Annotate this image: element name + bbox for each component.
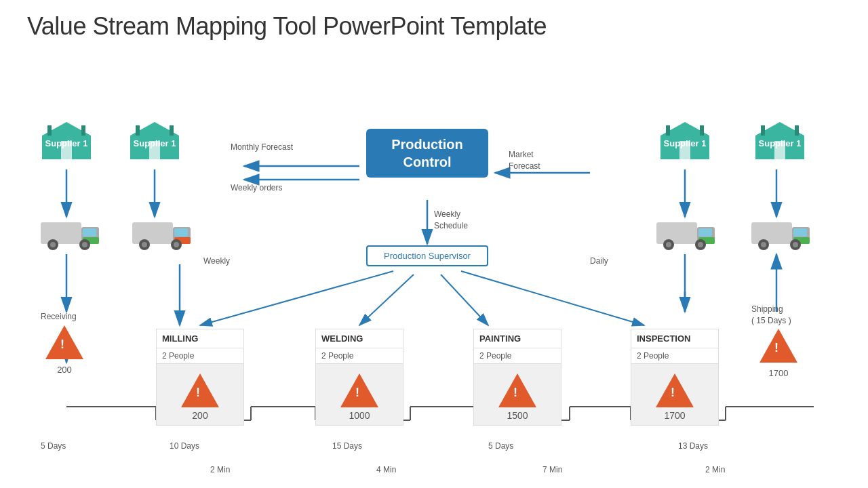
weekly-schedule-label: WeeklySchedule — [434, 209, 468, 232]
svg-line-11 — [359, 274, 414, 325]
timeline-mins-2: 4 Min — [376, 465, 396, 474]
production-control-label: Production Control — [391, 137, 463, 169]
svg-rect-59 — [83, 228, 96, 237]
svg-rect-83 — [793, 228, 807, 237]
svg-line-13 — [461, 271, 644, 325]
svg-point-70 — [142, 242, 147, 247]
svg-rect-39 — [47, 125, 52, 136]
svg-line-10 — [200, 271, 393, 325]
svg-point-62 — [50, 242, 56, 247]
supplier-1-left-2: Supplier 1 — [127, 122, 182, 148]
monthly-forecast-label: Monthly Forecast — [231, 142, 293, 152]
svg-rect-45 — [170, 125, 174, 136]
timeline-days-3: 15 Days — [332, 441, 362, 451]
timeline-days-5: 13 Days — [678, 441, 708, 451]
timeline-mins-3: 7 Min — [542, 465, 562, 474]
production-control-box: Production Control — [366, 129, 490, 178]
truck-right-1 — [656, 217, 717, 253]
timeline-mins-1: 2 Min — [210, 465, 230, 474]
svg-rect-73 — [656, 222, 697, 244]
svg-rect-67 — [174, 228, 188, 237]
svg-line-12 — [441, 274, 488, 325]
svg-rect-44 — [136, 125, 140, 136]
painting-process: PAINTING 2 People 1500 — [473, 329, 567, 426]
inspection-process: INSPECTION 2 People 1700 — [631, 329, 724, 426]
svg-rect-81 — [751, 222, 792, 244]
truck-left-2 — [132, 217, 193, 253]
supplier-1-left-1: Supplier 1 — [39, 122, 94, 148]
page-title: Value Stream Mapping Tool PowerPoint Tem… — [0, 0, 868, 41]
svg-rect-55 — [795, 125, 799, 136]
milling-process: MILLING 2 People 200 — [156, 329, 250, 426]
svg-rect-75 — [698, 228, 712, 237]
welding-process: WELDING 2 People 1000 — [315, 329, 409, 426]
timeline-days-4: 5 Days — [488, 441, 513, 451]
supplier-1-right-2: Supplier 1 — [753, 122, 807, 148]
production-supervisor-label: Production Supervisor — [384, 251, 471, 261]
daily-label: Daily — [590, 256, 608, 266]
weekly-orders-label: Weekly orders — [231, 183, 282, 192]
receiving-label: Receiving — [41, 312, 77, 321]
svg-rect-57 — [41, 222, 81, 244]
timeline-days-1: 5 Days — [41, 441, 66, 451]
shipping-label: Shipping( 15 Days ) — [751, 304, 791, 327]
svg-point-72 — [174, 242, 179, 247]
market-forecast-label: MarketForecast — [509, 149, 540, 172]
svg-rect-65 — [132, 222, 173, 244]
truck-left-1 — [41, 217, 102, 253]
svg-rect-54 — [761, 125, 765, 136]
svg-rect-49 — [666, 125, 670, 136]
svg-point-78 — [666, 242, 671, 247]
svg-point-88 — [793, 242, 798, 247]
truck-right-2 — [751, 217, 812, 253]
supplier-1-right-1: Supplier 1 — [658, 122, 712, 148]
svg-point-64 — [82, 242, 87, 247]
production-supervisor-box: Production Supervisor — [366, 245, 490, 266]
svg-rect-40 — [81, 125, 85, 136]
shipping-warning: 1700 — [760, 329, 797, 378]
svg-point-86 — [761, 242, 766, 247]
timeline-mins-4: 2 Min — [705, 465, 725, 474]
svg-point-80 — [698, 242, 703, 247]
timeline-days-2: 10 Days — [170, 441, 199, 451]
weekly-label: Weekly — [203, 256, 230, 266]
receiving-warning: 200 — [45, 325, 83, 375]
svg-rect-50 — [700, 125, 704, 136]
